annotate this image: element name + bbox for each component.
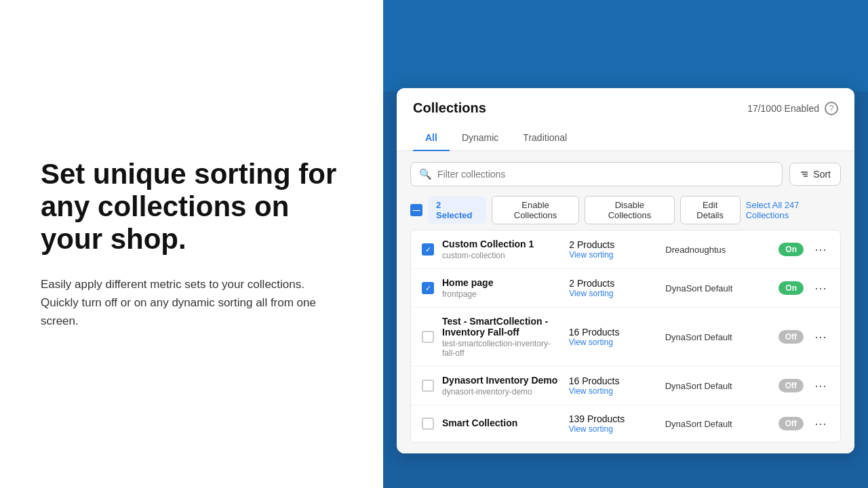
- products-col: 16 Products View sorting: [569, 327, 657, 347]
- collection-name[interactable]: Smart Collection: [442, 418, 561, 428]
- selection-bar: 2 Selected Enable Collections Disable Co…: [410, 196, 841, 224]
- products-col: 2 Products View sorting: [569, 239, 657, 260]
- view-sorting-link[interactable]: View sorting: [569, 250, 657, 260]
- row-checkbox[interactable]: [422, 282, 434, 294]
- right-panel: Collections 17/1000 Enabled ? All Dynami…: [383, 0, 868, 488]
- collection-name-col: Home page frontpage: [442, 277, 561, 299]
- table-row: Test - SmartCollection - Inventory Fall-…: [411, 308, 840, 367]
- view-sorting-link[interactable]: View sorting: [569, 338, 657, 347]
- view-sorting-link[interactable]: View sorting: [569, 289, 657, 298]
- toggle-badge[interactable]: Off: [778, 379, 804, 392]
- sort-label: Sort: [813, 169, 831, 180]
- collection-slug: dynasort-inventory-demo: [442, 387, 561, 396]
- more-options-button[interactable]: ⋯: [812, 242, 829, 257]
- collection-slug: test-smartcollection-inventory-fall-off: [442, 339, 561, 358]
- tab-all[interactable]: All: [413, 125, 450, 151]
- search-input[interactable]: [437, 169, 774, 180]
- body-text: Easily apply different metric sets to yo…: [41, 275, 342, 331]
- help-icon[interactable]: ?: [825, 102, 838, 115]
- selected-count-badge: 2 Selected: [428, 197, 486, 224]
- select-all-link[interactable]: Select All 247 Collections: [746, 200, 841, 220]
- sort-profile-col: DynaSort Default: [665, 419, 770, 429]
- products-col: 139 Products View sorting: [569, 413, 657, 434]
- toggle-badge[interactable]: Off: [778, 417, 804, 430]
- view-sorting-link[interactable]: View sorting: [569, 386, 657, 396]
- sort-profile-col: DynaSort Default: [665, 332, 770, 342]
- toggle-badge[interactable]: On: [778, 243, 804, 256]
- table-row: Dynasort Inventory Demo dynasort-invento…: [411, 367, 840, 405]
- products-count: 16 Products: [569, 375, 657, 386]
- collections-table: Custom Collection 1 custom-collection 2 …: [410, 230, 841, 443]
- collection-slug: custom-collection: [442, 251, 561, 260]
- collections-card: Collections 17/1000 Enabled ? All Dynami…: [397, 88, 854, 453]
- collection-name-col: Dynasort Inventory Demo dynasort-invento…: [442, 375, 561, 396]
- left-panel: Set unique sorting for any collections o…: [0, 0, 383, 488]
- search-box: 🔍: [410, 162, 783, 186]
- more-options-button[interactable]: ⋯: [812, 329, 829, 344]
- sort-icon: [800, 169, 809, 179]
- products-count: 2 Products: [569, 278, 657, 289]
- sort-profile-col: DynaSort Default: [665, 283, 770, 293]
- products-count: 139 Products: [569, 413, 657, 424]
- tab-traditional[interactable]: Traditional: [511, 125, 579, 151]
- select-all-checkbox[interactable]: [410, 204, 422, 216]
- row-checkbox[interactable]: [422, 243, 434, 256]
- edit-details-button[interactable]: Edit Details: [680, 196, 741, 224]
- table-row: Home page frontpage 2 Products View sort…: [411, 269, 840, 308]
- products-col: 2 Products View sorting: [569, 278, 657, 298]
- enable-collections-button[interactable]: Enable Collections: [492, 196, 579, 224]
- collection-name[interactable]: Home page: [442, 277, 561, 288]
- view-sorting-link[interactable]: View sorting: [569, 424, 657, 434]
- more-options-button[interactable]: ⋯: [812, 378, 829, 393]
- collection-name[interactable]: Test - SmartCollection - Inventory Fall-…: [442, 316, 561, 338]
- tabs: All Dynamic Traditional: [413, 125, 838, 150]
- table-row: Smart Collection 139 Products View sorti…: [411, 405, 840, 442]
- collection-name-col: Custom Collection 1 custom-collection: [442, 239, 561, 260]
- toggle-badge[interactable]: On: [778, 281, 804, 295]
- top-blue-bg: [383, 0, 868, 92]
- more-options-button[interactable]: ⋯: [812, 281, 829, 296]
- card-body: 🔍 Sort 2 Selected Enable Collections: [397, 151, 854, 453]
- collection-name[interactable]: Custom Collection 1: [442, 239, 561, 249]
- row-checkbox[interactable]: [422, 331, 434, 343]
- products-col: 16 Products View sorting: [569, 375, 657, 396]
- collection-name-col: Test - SmartCollection - Inventory Fall-…: [442, 316, 561, 358]
- more-options-button[interactable]: ⋯: [812, 416, 829, 431]
- search-sort-row: 🔍 Sort: [410, 162, 841, 186]
- collection-slug: frontpage: [442, 289, 561, 299]
- heading: Set unique sorting for any collections o…: [41, 158, 342, 256]
- toggle-badge[interactable]: Off: [778, 330, 804, 344]
- row-checkbox[interactable]: [422, 380, 434, 392]
- products-count: 16 Products: [569, 327, 657, 338]
- card-title: Collections: [413, 100, 486, 116]
- search-icon: 🔍: [419, 168, 432, 180]
- card-title-row: Collections 17/1000 Enabled ?: [413, 100, 838, 125]
- sort-profile-col: Dreadnoughtus: [665, 245, 770, 255]
- enabled-count: 17/1000 Enabled: [747, 103, 819, 114]
- table-row: Custom Collection 1 custom-collection 2 …: [411, 230, 840, 269]
- disable-collections-button[interactable]: Disable Collections: [585, 196, 674, 224]
- sort-profile-col: DynaSort Default: [665, 381, 770, 391]
- sort-button[interactable]: Sort: [789, 163, 841, 186]
- card-header: Collections 17/1000 Enabled ? All Dynami…: [397, 88, 854, 151]
- collection-name[interactable]: Dynasort Inventory Demo: [442, 375, 561, 386]
- row-checkbox[interactable]: [422, 418, 434, 430]
- collection-name-col: Smart Collection: [442, 418, 561, 430]
- tab-dynamic[interactable]: Dynamic: [450, 125, 511, 151]
- products-count: 2 Products: [569, 239, 657, 250]
- card-meta: 17/1000 Enabled ?: [747, 102, 838, 115]
